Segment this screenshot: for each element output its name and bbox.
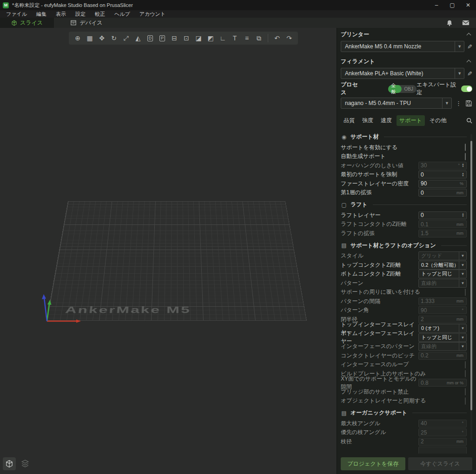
dropdown-value: 0 (オフ) bbox=[419, 325, 459, 332]
viewport-3d[interactable]: AnkerMake M5 ⊕▦✥↻⤢◭DP⊟⊡◪◩∟T≡⧉↶↷ bbox=[0, 28, 337, 474]
copy-icon[interactable]: D bbox=[144, 33, 156, 43]
process-scope-toggle[interactable]: 全般 OBJ bbox=[388, 85, 416, 93]
preset-menu-icon[interactable]: ⋮ bbox=[455, 100, 463, 107]
expert-settings-toggle[interactable] bbox=[461, 86, 472, 92]
notification-bell-icon[interactable] bbox=[446, 20, 453, 26]
setting-label: 枝径 bbox=[341, 438, 352, 446]
edit-filament-icon[interactable]: ✎ bbox=[467, 70, 472, 77]
toolbar-divider bbox=[268, 34, 268, 42]
process-scope-all[interactable]: 全般 bbox=[388, 85, 402, 93]
menu-item-3[interactable]: 設定 bbox=[71, 10, 90, 18]
tab-slice[interactable]: スライス bbox=[0, 18, 54, 28]
setting-row: 最大枝アングル40° bbox=[341, 419, 467, 428]
menu-item-1[interactable]: 編集 bbox=[32, 10, 51, 18]
setting-label: インターフェースのループ bbox=[341, 361, 409, 369]
section-rule bbox=[412, 413, 467, 413]
spinner-stepper[interactable]: ▲▼ bbox=[462, 213, 464, 217]
value-input[interactable]: 0▲▼ bbox=[418, 211, 467, 219]
checkbox[interactable] bbox=[465, 153, 466, 160]
scale-icon[interactable]: ⤢ bbox=[120, 33, 132, 43]
slice-now-button[interactable]: 今すぐスライス bbox=[408, 457, 473, 470]
dropdown-select[interactable]: 0.2（分離可能）▼ bbox=[418, 261, 467, 270]
settings-panel: プリンター AnkerMake M5 0.4 mm Nozzle ▼ ✎ フィラ… bbox=[337, 28, 476, 474]
undo-icon[interactable]: ↶ bbox=[271, 33, 283, 43]
setting-tab-0[interactable]: 品質 bbox=[341, 115, 357, 126]
seam-paint-icon[interactable]: ◪ bbox=[192, 33, 205, 43]
menu-item-2[interactable]: 表示 bbox=[52, 10, 70, 18]
mail-icon[interactable] bbox=[462, 20, 469, 26]
lay-flat-icon[interactable]: ∟ bbox=[217, 33, 229, 43]
value-input: 1.5mm bbox=[418, 230, 467, 237]
move-icon[interactable]: ✥ bbox=[96, 33, 108, 43]
setting-row: インターフェースのループ bbox=[341, 360, 467, 369]
paste-icon[interactable]: P bbox=[156, 33, 168, 43]
redo-icon[interactable]: ↷ bbox=[283, 33, 295, 43]
setting-tab-4[interactable]: その他 bbox=[427, 115, 450, 126]
spinner-down-icon[interactable]: ▼ bbox=[462, 175, 464, 177]
value-input[interactable]: 90% bbox=[418, 180, 467, 188]
setting-row: 最初のサポートを強制0▲▼ bbox=[341, 170, 467, 179]
close-button[interactable]: ✕ bbox=[460, 0, 476, 10]
expert-settings-label: エキスパート設定 bbox=[416, 81, 458, 97]
menu-item-6[interactable]: アカウント bbox=[135, 10, 170, 18]
dropdown-select[interactable]: トップと同じ▼ bbox=[418, 333, 467, 342]
section-header: ▤サポート材とラフトのオプション bbox=[341, 240, 467, 251]
view-layers-button[interactable] bbox=[19, 457, 32, 470]
setting-row: スタイルグリッド▼ bbox=[341, 251, 467, 260]
z-axis-arrow bbox=[44, 298, 47, 321]
setting-label: コンタクトレイヤーのピッチ bbox=[341, 352, 415, 360]
text-icon[interactable]: T bbox=[229, 33, 241, 43]
printer-header-label: プリンター bbox=[341, 31, 369, 39]
setting-label: 最大枝アングル bbox=[341, 420, 380, 428]
scrollbar[interactable] bbox=[470, 134, 472, 441]
value-input[interactable]: 0▲▼ bbox=[418, 171, 467, 178]
setting-tab-1[interactable]: 強度 bbox=[359, 115, 376, 126]
edit-printer-icon[interactable]: ✎ bbox=[467, 43, 472, 50]
menu-item-4[interactable]: 較正 bbox=[91, 10, 109, 18]
support-paint-icon[interactable]: ◩ bbox=[205, 33, 217, 43]
split-objects-icon[interactable]: ⊟ bbox=[168, 33, 180, 43]
dropdown-value: 0.2（分離可能） bbox=[419, 262, 459, 269]
spinner-stepper[interactable]: ▲▼ bbox=[462, 172, 464, 177]
tab-device[interactable]: デバイス bbox=[60, 18, 113, 28]
layer-height-icon[interactable]: ≡ bbox=[241, 33, 253, 43]
checkbox[interactable] bbox=[465, 144, 466, 151]
printer-section-header[interactable]: プリンター bbox=[341, 28, 472, 41]
bed-icon[interactable]: ▦ bbox=[84, 33, 96, 43]
printer-select[interactable]: AnkerMake M5 0.4 mm Nozzle ▼ bbox=[341, 41, 464, 52]
section-rule bbox=[441, 245, 467, 246]
value-input: 0.8mm or % bbox=[418, 379, 467, 387]
value-input[interactable]: 0mm bbox=[418, 189, 467, 197]
setting-label: ラフトコンタクトのZ距離 bbox=[341, 220, 407, 228]
setting-row: コンタクトレイヤーのピッチ0.2mm bbox=[341, 351, 467, 360]
place-on-face-icon[interactable]: ◭ bbox=[132, 33, 144, 43]
dropdown-select[interactable]: トップと同じ▼ bbox=[418, 270, 467, 278]
minimize-button[interactable]: – bbox=[429, 0, 444, 10]
search-icon[interactable] bbox=[466, 118, 472, 124]
scrollbar-thumb[interactable] bbox=[470, 141, 472, 410]
maximize-button[interactable]: ▢ bbox=[444, 0, 460, 10]
split-parts-icon[interactable]: ⊡ bbox=[180, 33, 192, 43]
view-3d-button[interactable] bbox=[3, 457, 16, 470]
add-object-icon[interactable]: ⊕ bbox=[72, 33, 84, 43]
save-preset-icon[interactable] bbox=[465, 100, 472, 107]
save-project-button[interactable]: プロジェクトを保存 bbox=[341, 457, 405, 470]
filament-section-header[interactable]: フィラメント bbox=[341, 55, 472, 68]
setting-label: ラフトの拡張 bbox=[341, 230, 375, 237]
setting-label: サポートを有効にする bbox=[341, 144, 397, 151]
checkbox bbox=[465, 397, 466, 405]
dropdown-select[interactable]: 0 (オフ)▼ bbox=[418, 324, 467, 333]
setting-row: ファーストレイヤーの密度90% bbox=[341, 179, 467, 188]
menu-item-5[interactable]: ヘルプ bbox=[110, 10, 134, 18]
arrange-icon[interactable]: ⧉ bbox=[253, 33, 265, 43]
process-preset-select[interactable]: nagano - M5 0.4mm - TPU ▼ bbox=[341, 98, 452, 109]
rotate-icon[interactable]: ↻ bbox=[108, 33, 120, 43]
process-scope-obj[interactable]: OBJ bbox=[402, 86, 413, 92]
spinner-down-icon[interactable]: ▼ bbox=[462, 215, 464, 217]
window-title: *名称未設定 - eufyMake Studio Based on PrusaS… bbox=[12, 2, 133, 9]
setting-tab-3[interactable]: サポート bbox=[397, 115, 425, 126]
filament-select[interactable]: AnkerMake PLA+ Basic (White) ▼ bbox=[341, 68, 464, 79]
value-input: 30°▲▼ bbox=[418, 162, 467, 170]
setting-tab-2[interactable]: 速度 bbox=[378, 115, 395, 126]
menu-item-0[interactable]: ファイル bbox=[2, 10, 31, 18]
